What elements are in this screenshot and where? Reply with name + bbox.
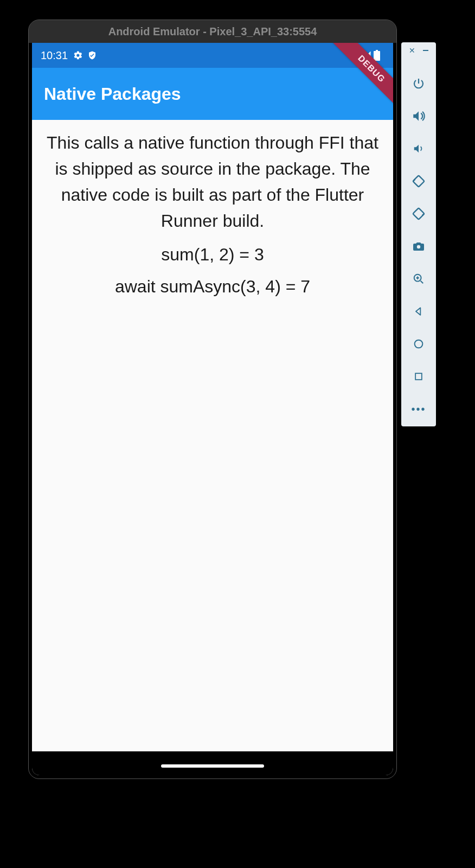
back-icon[interactable] (410, 303, 427, 320)
rotate-left-icon[interactable] (410, 173, 427, 190)
minimize-icon[interactable] (423, 50, 428, 51)
sum-result-text: sum(1, 2) = 3 (40, 245, 386, 265)
home-icon[interactable] (410, 335, 427, 353)
close-icon[interactable]: ✕ (409, 47, 415, 54)
svg-point-4 (415, 340, 423, 348)
power-icon[interactable] (410, 75, 427, 92)
gesture-pill[interactable] (161, 764, 264, 768)
ffi-description-text: This calls a native function through FFI… (40, 130, 386, 234)
navigation-bar[interactable] (32, 751, 393, 775)
app-bar: Native Packages (32, 68, 393, 120)
overview-icon[interactable] (410, 368, 427, 385)
gear-icon (73, 50, 83, 60)
phone-bezel: DEBUG 10:31 (29, 43, 396, 778)
wifi-icon (349, 50, 360, 60)
more-icon[interactable]: ••• (410, 400, 427, 418)
zoom-in-icon[interactable] (410, 270, 427, 288)
volume-up-icon[interactable] (410, 107, 427, 125)
emulator-toolbar: ✕ ••• (401, 42, 436, 426)
emulator-window: Android Emulator - Pixel_3_API_33:5554 D… (28, 20, 397, 779)
cell-signal-icon (362, 50, 371, 60)
emulator-titlebar: Android Emulator - Pixel_3_API_33:5554 (29, 20, 396, 43)
svg-point-2 (417, 245, 420, 248)
status-time: 10:31 (41, 49, 68, 62)
svg-rect-0 (413, 175, 424, 187)
svg-rect-1 (413, 208, 424, 219)
volume-down-icon[interactable] (410, 140, 427, 157)
rotate-right-icon[interactable] (410, 205, 427, 222)
sum-async-result-text: await sumAsync(3, 4) = 7 (40, 277, 386, 297)
camera-icon[interactable] (410, 238, 427, 255)
app-bar-title: Native Packages (44, 84, 181, 104)
emulator-title: Android Emulator - Pixel_3_API_33:5554 (108, 25, 317, 38)
shield-icon (87, 50, 97, 60)
status-bar: 10:31 (32, 43, 393, 68)
svg-rect-5 (415, 373, 422, 380)
phone-display[interactable]: DEBUG 10:31 (32, 43, 393, 775)
app-body: This calls a native function through FFI… (32, 120, 393, 751)
battery-icon (374, 50, 380, 61)
